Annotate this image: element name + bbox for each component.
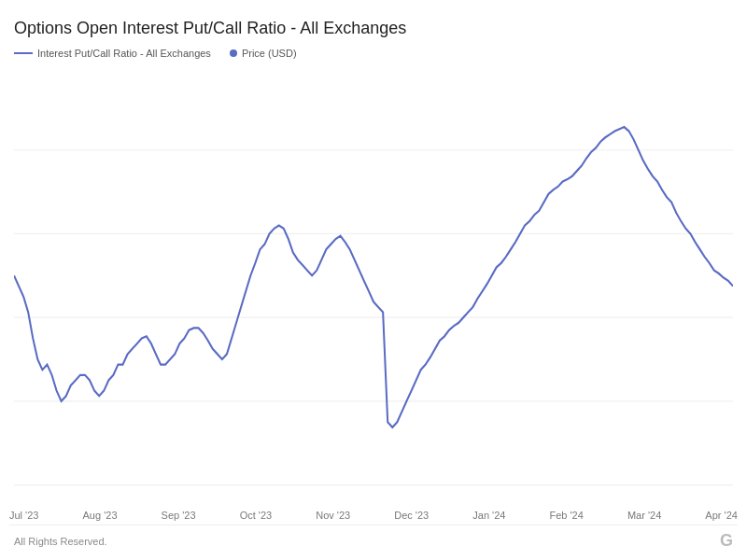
x-label-apr24: Apr '24 — [705, 510, 738, 521]
x-label-nov23: Nov '23 — [316, 510, 350, 521]
copyright-text: All Rights Reserved. — [14, 536, 107, 547]
footer-logo: G — [720, 531, 733, 551]
legend-line-ratio — [14, 52, 33, 54]
chart-line — [14, 127, 733, 427]
legend-label-price: Price (USD) — [242, 48, 297, 59]
x-label-aug23: Aug '23 — [83, 510, 118, 521]
chart-title: Options Open Interest Put/Call Ratio - A… — [9, 19, 738, 38]
chart-legend: Interest Put/Call Ratio - All Exchanges … — [9, 48, 738, 59]
legend-item-ratio: Interest Put/Call Ratio - All Exchanges — [14, 48, 211, 59]
x-label-jan24: Jan '24 — [472, 510, 505, 521]
x-label-dec23: Dec '23 — [394, 510, 429, 521]
x-label-sep23: Sep '23 — [162, 510, 196, 521]
x-label-oct23: Oct '23 — [240, 510, 273, 521]
x-label-mar24: Mar '24 — [627, 510, 661, 521]
legend-dot-price — [230, 49, 237, 57]
chart-area — [14, 66, 733, 506]
x-axis-labels: Jul '23 Aug '23 Sep '23 Oct '23 Nov '23 … — [9, 506, 738, 521]
page-container: Options Open Interest Put/Call Ratio - A… — [0, 0, 747, 560]
x-label-feb24: Feb '24 — [550, 510, 584, 521]
x-label-jul23: Jul '23 — [9, 510, 38, 521]
legend-item-price: Price (USD) — [230, 48, 297, 59]
footer: All Rights Reserved. G — [9, 525, 738, 551]
legend-label-ratio: Interest Put/Call Ratio - All Exchanges — [37, 48, 211, 59]
chart-svg — [14, 66, 733, 506]
